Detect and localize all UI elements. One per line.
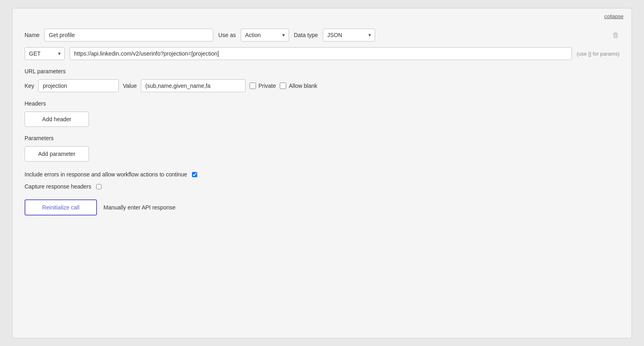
url-hint: (use [] for params) — [577, 51, 619, 57]
private-label: Private — [258, 83, 276, 89]
include-errors-checkbox[interactable] — [192, 172, 197, 177]
url-params-title: URL parameters — [25, 68, 619, 75]
collapse-button[interactable]: collapse — [604, 13, 623, 19]
api-config-card: collapse Name Use as Action Trigger Sche… — [12, 8, 632, 338]
url-input[interactable] — [70, 47, 572, 60]
key-label: Key — [25, 83, 34, 89]
value-label: Value — [123, 83, 137, 89]
action-select-wrapper: Action Trigger Schedule ▼ — [241, 29, 289, 41]
headers-title: Headers — [25, 100, 619, 107]
action-select[interactable]: Action Trigger Schedule — [241, 29, 289, 41]
include-errors-label: Include errors in response and allow wor… — [25, 171, 187, 178]
add-header-button[interactable]: Add header — [25, 112, 89, 127]
capture-headers-row: Capture response headers — [25, 183, 619, 190]
method-select[interactable]: GET POST PUT DELETE PATCH — [25, 47, 65, 60]
private-wrapper: Private — [250, 83, 276, 89]
parameters-title: Parameters — [25, 135, 619, 141]
allow-blank-wrapper: Allow blank — [280, 83, 317, 89]
data-type-select-wrapper: JSON XML Text ▼ — [323, 29, 375, 41]
data-type-label: Data type — [294, 32, 318, 38]
key-input[interactable] — [38, 79, 119, 92]
use-as-label: Use as — [218, 32, 236, 38]
name-input[interactable] — [44, 29, 213, 41]
manual-enter-link[interactable]: Manually enter API response — [103, 204, 175, 211]
private-checkbox[interactable] — [250, 83, 256, 89]
data-type-select[interactable]: JSON XML Text — [323, 29, 375, 41]
capture-headers-checkbox[interactable] — [96, 184, 101, 189]
capture-headers-label: Capture response headers — [25, 183, 91, 190]
name-label: Name — [25, 32, 39, 38]
value-input[interactable] — [141, 79, 246, 92]
include-errors-row: Include errors in response and allow wor… — [25, 171, 619, 178]
delete-icon[interactable]: 🗑 — [612, 31, 619, 39]
reinitialize-button[interactable]: Reinitialize call — [25, 199, 97, 215]
method-select-wrapper: GET POST PUT DELETE PATCH ▼ — [25, 47, 65, 60]
add-parameter-button[interactable]: Add parameter — [25, 146, 89, 162]
url-params-row: Key Value Private Allow blank — [25, 79, 619, 92]
allow-blank-label: Allow blank — [289, 83, 317, 89]
allow-blank-checkbox[interactable] — [280, 83, 286, 89]
